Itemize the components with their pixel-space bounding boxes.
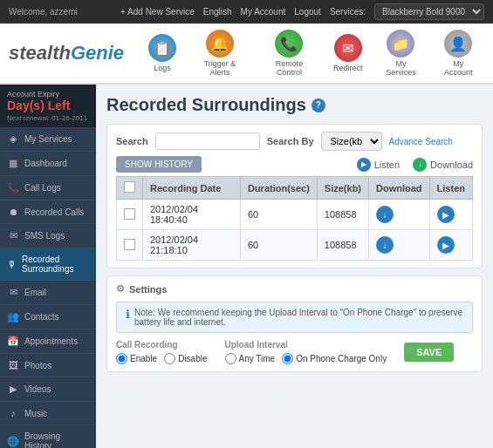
call-recording-group: Call Recording Enable Disable [116,340,208,364]
english-link[interactable]: English [203,7,232,17]
logo-stealth: stealth [9,42,71,64]
nav-redirect[interactable]: ✉ Redirect [326,32,370,74]
listen-icon: ▶ [357,158,371,172]
days-left: Day(s) Left [7,98,89,112]
nav-account[interactable]: 👤 My Account [432,28,484,78]
enable-radio-label[interactable]: Enable [116,353,157,364]
table-row: 2012/02/04 21:18:10 60 108858 ↓ ▶ [117,230,473,261]
welcome-message: Welcome, azzemi [9,7,78,17]
music-icon: ♪ [7,408,19,418]
recorded-surroundings-icon: 🎙 [7,259,17,269]
sidebar-item-music[interactable]: ♪ Music [0,402,96,425]
sidebar-item-my-services[interactable]: ◈ My Services [0,127,96,152]
sidebar-item-photos[interactable]: 🖼 Photos [0,354,96,377]
sidebar-item-browsing-history[interactable]: 🌐 Browsing History [0,425,96,448]
add-new-service-link[interactable]: + Add New Service [120,7,195,17]
col-header-listen: Listen [429,177,472,200]
select-all-checkbox[interactable] [124,181,135,193]
enable-radio[interactable] [116,353,127,364]
help-icon[interactable]: ? [312,98,325,112]
dashboard-icon: ▦ [7,158,19,169]
search-by-select[interactable]: Size(kb) [321,132,382,151]
table-row: 2012/02/04 18:40:40 60 108858 ↓ ▶ [117,200,473,230]
sidebar-item-call-logs[interactable]: 📞 Call Logs [0,176,96,200]
settings-section: ⚙ Settings ℹ Note: We recommend keeping … [106,275,483,372]
search-by-label: Search By [267,136,314,146]
recorded-calls-icon: ⏺ [7,207,19,217]
device-select[interactable]: Blackberry Bold 9000 [374,3,484,20]
redirect-icon: ✉ [334,34,362,62]
row2-download-cell: ↓ [369,230,430,261]
nav-bar: stealthGenie 📋 Logs 🔔 Trigger & Alerts 📞… [0,24,493,85]
search-input[interactable] [155,132,260,150]
logout-link[interactable]: Logout [294,7,321,17]
row2-duration: 60 [240,230,317,261]
row1-duration: 60 [240,200,317,230]
nav-remote[interactable]: 📞 Remote Control [257,28,322,78]
sidebar-item-dashboard[interactable]: ▦ Dashboard [0,152,96,176]
upload-interval-radio-group: Any Time On Phone Charge Only [225,353,387,364]
myservices-icon: 📁 [387,30,414,58]
row1-listen-button[interactable]: ▶ [437,206,455,223]
nav-logs[interactable]: 📋 Logs [141,32,183,74]
account-expiry-label: Account Expiry [7,90,89,98]
search-section: Search Search By Size(kb) Advance Search… [106,124,483,268]
top-bar: Welcome, azzemi + Add New Service Englis… [0,0,493,24]
logs-icon: 📋 [148,34,176,62]
browsing-history-icon: 🌐 [7,436,19,447]
sidebar-item-appointments[interactable]: 📅 Appointments [0,329,96,354]
row2-listen-button[interactable]: ▶ [437,236,455,254]
row1-checkbox[interactable] [124,208,135,220]
show-history-button[interactable]: SHOW HISTORY [116,156,202,173]
nav-trigger[interactable]: 🔔 Trigger & Alerts [188,28,252,78]
sidebar: Account Expiry Day(s) Left Next renewal:… [0,85,96,448]
top-bar-actions: + Add New Service English My Account Log… [120,3,484,20]
email-icon: ✉ [7,287,19,298]
col-header-download: Download [369,177,430,200]
row2-date: 2012/02/04 21:18:10 [143,230,241,261]
sidebar-item-contacts[interactable]: 👥 Contacts [0,305,96,329]
sidebar-item-email[interactable]: ✉ Email [0,281,96,305]
row2-download-button[interactable]: ↓ [376,236,394,254]
call-logs-icon: 📞 [7,182,19,193]
disable-radio-label[interactable]: Disable [164,353,207,364]
sidebar-item-recorded-surroundings[interactable]: 🎙 Recorded Surroundings [0,248,96,281]
save-button[interactable]: SAVE [404,343,454,362]
note-box: ℹ Note: We recommend keeping the Upload … [116,302,473,333]
my-account-link[interactable]: My Account [241,7,286,17]
any-time-radio-label[interactable]: Any Time [225,353,276,364]
sidebar-item-sms-logs[interactable]: ✉ SMS Logs [0,224,96,248]
on-phone-charge-radio[interactable] [282,353,293,364]
row2-checkbox[interactable] [124,239,135,250]
sms-logs-icon: ✉ [7,230,19,241]
row1-listen-cell: ▶ [429,200,472,230]
trigger-icon: 🔔 [206,30,234,58]
account-expiry: Account Expiry Day(s) Left Next renewal:… [0,85,96,127]
row2-listen-cell: ▶ [429,230,472,261]
row2-size: 108858 [317,230,368,261]
next-renewal: Next renewal: 01-26-2011 [7,114,89,122]
sidebar-item-videos[interactable]: ▶ Videos [0,377,96,402]
recordings-table: Recording Date Duration(sec) Size(kb) Do… [116,176,473,261]
settings-row: Call Recording Enable Disable Upload Int [116,340,473,364]
search-row: Search Search By Size(kb) Advance Search [116,132,473,151]
advance-search-link[interactable]: Advance Search [389,137,453,146]
upload-interval-label: Upload Interval [225,340,387,350]
page-title: Recorded Surroundings ? [106,95,483,115]
account-icon: 👤 [444,30,472,58]
contacts-icon: 👥 [7,311,19,322]
row1-download-button[interactable]: ↓ [376,206,394,223]
on-phone-charge-radio-label[interactable]: On Phone Charge Only [282,353,387,364]
disable-radio[interactable] [164,353,175,364]
content-area: Recorded Surroundings ? Search Search By… [96,85,493,448]
logo: stealthGenie [9,42,124,64]
row1-download-cell: ↓ [369,200,430,230]
call-recording-label: Call Recording [116,340,208,350]
sidebar-item-recorded-calls[interactable]: ⏺ Recorded Calls [0,200,96,224]
listen-label-item: ▶ Listen [357,158,400,172]
nav-myservices[interactable]: 📁 My Services [373,28,428,78]
any-time-radio[interactable] [225,353,236,364]
listen-download-row: ▶ Listen ↓ Download [357,158,473,172]
info-icon: ℹ [126,308,130,321]
upload-interval-group: Upload Interval Any Time On Phone Charge… [225,340,387,364]
